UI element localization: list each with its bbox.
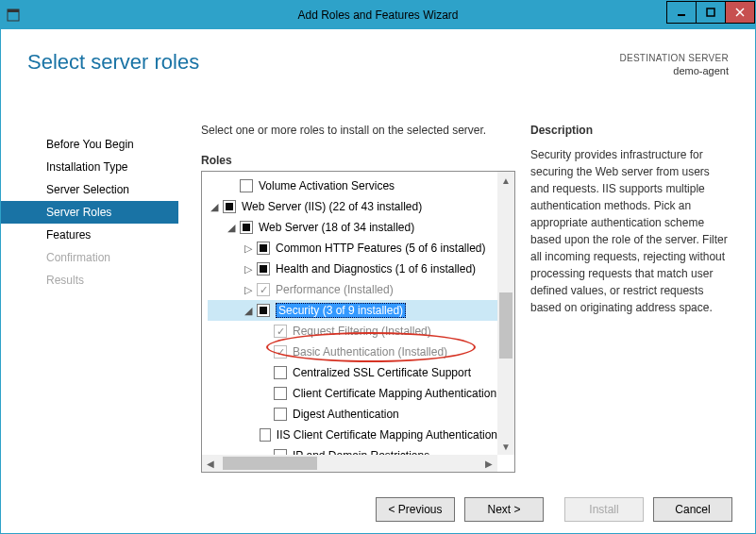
nav-confirmation: Confirmation [1, 246, 178, 269]
tree-row[interactable]: Volume Activation Services [208, 175, 497, 196]
cancel-button[interactable]: Cancel [653, 497, 732, 522]
previous-button[interactable]: < Previous [376, 497, 455, 522]
roles-heading: Roles [201, 154, 515, 167]
maximize-button[interactable] [696, 1, 726, 24]
tree-row[interactable]: ▷Performance (Installed) [208, 279, 497, 300]
checkbox[interactable] [257, 283, 270, 296]
destination-label: DESTINATION SERVER [619, 52, 729, 64]
scroll-left-icon[interactable]: ◀ [202, 455, 219, 472]
tree-row[interactable]: ◢Web Server (IIS) (22 of 43 installed) [208, 196, 497, 217]
expander-icon[interactable]: ◢ [225, 222, 238, 234]
tree-item-label[interactable]: Client Certificate Mapping Authenticatio… [293, 387, 496, 400]
roles-tree: Volume Activation Services◢Web Server (I… [201, 171, 515, 473]
install-button: Install [564, 497, 644, 522]
tree-item-label[interactable]: Security (3 of 9 installed) [276, 303, 406, 318]
scroll-thumb[interactable] [499, 292, 512, 359]
tree-row[interactable]: Request Filtering (Installed) [208, 321, 497, 342]
window-title: Add Roles and Features Wizard [1, 8, 755, 22]
tree-row[interactable]: Centralized SSL Certificate Support [208, 362, 497, 383]
tree-row[interactable]: Basic Authentication (Installed) [208, 342, 497, 362]
page-title: Select server roles [27, 50, 199, 75]
checkbox[interactable] [257, 304, 270, 317]
tree-row[interactable]: ▷Common HTTP Features (5 of 6 installed) [208, 238, 497, 259]
tree-row[interactable]: IP and Domain Restrictions [208, 445, 497, 455]
scroll-right-icon[interactable]: ▶ [480, 455, 497, 472]
tree-item-label[interactable]: Common HTTP Features (5 of 6 installed) [276, 242, 486, 255]
checkbox[interactable] [240, 179, 253, 192]
checkbox[interactable] [260, 428, 270, 442]
checkbox[interactable] [240, 221, 253, 234]
tree-row[interactable]: IIS Client Certificate Mapping Authentic… [208, 425, 497, 445]
nav-server-selection[interactable]: Server Selection [1, 178, 178, 201]
nav-before-you-begin[interactable]: Before You Begin [1, 133, 178, 156]
scroll-down-icon[interactable]: ▼ [497, 438, 514, 455]
tree-item-label[interactable]: Performance (Installed) [276, 283, 394, 296]
tree-row[interactable]: Digest Authentication [208, 404, 497, 425]
wizard-window: Add Roles and Features Wizard Select ser… [0, 0, 756, 534]
content-area: Select server roles DESTINATION SERVER d… [1, 29, 755, 533]
checkbox[interactable] [223, 200, 236, 213]
intro-text: Select one or more roles to install on t… [201, 124, 515, 137]
tree-item-label[interactable]: Request Filtering (Installed) [293, 325, 431, 338]
tree-item-label[interactable]: Digest Authentication [293, 408, 399, 421]
description-heading: Description [530, 124, 729, 137]
nav-installation-type[interactable]: Installation Type [1, 156, 178, 178]
tree-row[interactable]: Client Certificate Mapping Authenticatio… [208, 383, 497, 404]
next-button[interactable]: Next > [464, 497, 544, 522]
checkbox[interactable] [257, 242, 270, 255]
minimize-button[interactable] [666, 1, 697, 24]
description-panel: Description Security provides infrastruc… [530, 124, 755, 486]
nav-server-roles[interactable]: Server Roles [1, 201, 178, 224]
tree-row[interactable]: ◢Security (3 of 9 installed) [208, 300, 497, 321]
checkbox[interactable] [274, 325, 287, 338]
expander-icon[interactable]: ◢ [242, 305, 255, 317]
checkbox[interactable] [274, 387, 287, 400]
tree-item-label[interactable]: Health and Diagnostics (1 of 6 installed… [276, 262, 476, 275]
description-text: Security provides infrastructure for sec… [530, 146, 729, 316]
nav-results: Results [1, 269, 178, 292]
expander-icon[interactable]: ◢ [208, 201, 221, 213]
roles-panel: Select one or more roles to install on t… [178, 124, 530, 486]
close-button[interactable] [725, 1, 755, 24]
tree-item-label[interactable]: Centralized SSL Certificate Support [293, 366, 471, 379]
svg-rect-1 [8, 9, 19, 12]
checkbox[interactable] [274, 345, 287, 359]
titlebar: Add Roles and Features Wizard [1, 1, 755, 29]
footer: < Previous Next > Install Cancel [1, 486, 755, 533]
destination-block: DESTINATION SERVER demo-agent [619, 50, 729, 77]
svg-rect-3 [707, 8, 714, 16]
horizontal-scrollbar[interactable]: ◀ ▶ [202, 455, 497, 472]
vertical-scrollbar[interactable]: ▲ ▼ [497, 172, 514, 455]
tree-row[interactable]: ▷Health and Diagnostics (1 of 6 installe… [208, 259, 497, 279]
tree-item-label[interactable]: Volume Activation Services [259, 179, 395, 192]
checkbox[interactable] [257, 262, 270, 275]
tree-row[interactable]: ◢Web Server (18 of 34 installed) [208, 217, 497, 238]
checkbox[interactable] [274, 366, 287, 379]
destination-name: demo-agent [619, 64, 729, 77]
tree-item-label[interactable]: Basic Authentication (Installed) [293, 345, 447, 359]
app-icon [1, 8, 25, 22]
wizard-nav: Before You Begin Installation Type Serve… [1, 124, 178, 486]
scroll-hthumb[interactable] [223, 457, 317, 470]
nav-features[interactable]: Features [1, 224, 178, 246]
expander-icon[interactable]: ▷ [242, 284, 255, 296]
tree-item-label[interactable]: IIS Client Certificate Mapping Authentic… [277, 428, 497, 442]
expander-icon[interactable]: ▷ [242, 242, 255, 255]
scroll-up-icon[interactable]: ▲ [497, 172, 514, 189]
tree-item-label[interactable]: Web Server (IIS) (22 of 43 installed) [242, 200, 422, 213]
tree-item-label[interactable]: Web Server (18 of 34 installed) [259, 221, 414, 234]
checkbox[interactable] [274, 408, 287, 421]
expander-icon[interactable]: ▷ [242, 263, 255, 275]
